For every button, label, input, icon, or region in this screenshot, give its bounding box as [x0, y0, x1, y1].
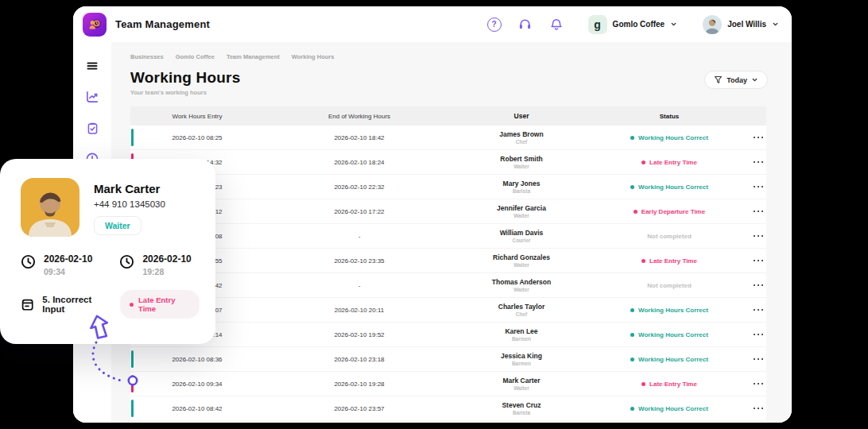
user-cell: Mark Carter Waiter: [455, 377, 588, 391]
end-of-working-hours: 2026-02-10 19:52: [264, 331, 455, 338]
end-of-working-hours: 2026-02-10 18:42: [264, 134, 455, 141]
status-label: Late Entry Time: [649, 381, 697, 388]
breadcrumb-business[interactable]: Gomlo Coffee: [176, 53, 215, 60]
shift-start-time: 09:34: [44, 267, 92, 276]
row-menu-button[interactable]: [750, 186, 766, 188]
user-role: Waiter: [513, 213, 529, 218]
user-role: Chef: [516, 139, 527, 145]
employee-phone: +44 910 1345030: [94, 199, 165, 209]
support-headset-icon[interactable]: [517, 17, 533, 33]
user-role: Chef: [516, 311, 527, 317]
sidebar-item-tasks-clipboard-icon[interactable]: [85, 121, 99, 135]
status-badge: Working Hours Correct: [588, 331, 750, 338]
user-name: Mark Carter: [502, 377, 540, 385]
status-label: Early Departure Time: [641, 208, 705, 215]
chevron-down-icon: [670, 21, 677, 28]
user-cell: James Brown Chef: [455, 130, 588, 145]
clock-icon: [21, 254, 36, 269]
user-name: Jessica King: [501, 352, 542, 360]
table-row[interactable]: 2026-02-10 08:25 2026-02-10 18:42 James …: [130, 126, 766, 150]
notifications-bell-icon[interactable]: [548, 17, 564, 33]
table-row[interactable]: 2026-02-10 08:07 2026-02-10 20:11 Charle…: [130, 298, 766, 323]
table-row[interactable]: 2026-02-10 08:23 2026-02-10 22:32 Mary J…: [130, 175, 766, 199]
user-role: Courier: [512, 238, 530, 243]
user-cell: William Davis Courier: [455, 229, 588, 243]
user-cell: Thomas Anderson Waiter: [455, 278, 588, 292]
user-name: Steven Cruz: [502, 401, 541, 409]
status-label: Not completed: [647, 282, 692, 289]
table-row[interactable]: 2026-02-10 08:36 2026-02-10 23:18 Jessic…: [130, 347, 766, 372]
table-row[interactable]: 2026-02-10 08:42 - Thomas Anderson Waite…: [130, 273, 766, 298]
user-name: Richard Gonzales: [493, 253, 550, 261]
breadcrumb-team-management[interactable]: Team Management: [227, 53, 280, 60]
status-badge: Working Hours Correct: [588, 356, 750, 363]
user-role: Waiter: [513, 385, 529, 391]
user-role: Barmen: [512, 336, 531, 342]
status-badge: Late Entry Time: [588, 381, 750, 388]
status-label: Working Hours Correct: [638, 331, 708, 338]
row-menu-button[interactable]: [750, 161, 766, 164]
help-icon[interactable]: ?: [486, 17, 502, 33]
clock-icon: [119, 254, 134, 269]
row-menu-button[interactable]: [750, 235, 766, 238]
breadcrumb-businesses[interactable]: Businesses: [130, 53, 164, 60]
status-dot: [630, 185, 634, 189]
end-of-working-hours: 2026-02-10 17:22: [264, 208, 455, 215]
table-row[interactable]: 2026-02-10 08:42 2026-02-10 23:57 Steven…: [130, 396, 766, 421]
status-dot: [630, 333, 634, 337]
table-row[interactable]: 2026-02-10 08:55 2026-02-10 23:35 Richar…: [130, 249, 766, 273]
header-user: User: [455, 112, 588, 120]
table-row[interactable]: 2026-02-10 09:34 2026-02-10 19:28 Mark C…: [130, 372, 766, 396]
sidebar-item-analytics-chart-icon[interactable]: [85, 90, 99, 104]
row-menu-button[interactable]: [750, 334, 766, 336]
user-role: Waiter: [513, 287, 529, 292]
status-badge: Late Entry Time: [588, 159, 750, 166]
status-label: Late Entry Time: [649, 257, 697, 265]
row-menu-button[interactable]: [750, 408, 766, 410]
shift-start-date: 2026-02-10: [44, 253, 92, 265]
table-header: Work Hours Entry End of Working Hours Us…: [130, 106, 766, 126]
row-menu-button[interactable]: [750, 309, 766, 311]
status-dot: [630, 407, 634, 411]
row-menu-button[interactable]: [750, 358, 766, 361]
shift-end: 2026-02-10 19:28: [119, 253, 191, 276]
status-badge: Working Hours Correct: [588, 134, 750, 141]
row-accent-bar: [131, 129, 134, 146]
user-menu[interactable]: Joel Willis: [703, 15, 779, 34]
end-of-working-hours: -: [264, 282, 455, 289]
row-menu-button[interactable]: [750, 211, 766, 213]
table-row[interactable]: 2026-02-10 08:12 2026-02-10 17:22 Jennif…: [130, 199, 766, 224]
work-hours-entry: 2026-02-10 09:34: [130, 381, 264, 388]
user-name: James Brown: [499, 130, 543, 138]
status-badge: Early Departure Time: [588, 208, 750, 215]
end-of-working-hours: -: [264, 233, 455, 240]
row-menu-button[interactable]: [750, 284, 766, 287]
row-menu-button[interactable]: [750, 137, 766, 139]
table-row[interactable]: 2026-02-10 08:08 - William Davis Courier…: [130, 224, 766, 249]
status-badge: Late Entry Time: [588, 257, 750, 265]
user-role: Barmen: [512, 361, 531, 366]
row-menu-button[interactable]: [750, 383, 766, 385]
end-of-working-hours: 2026-02-10 20:11: [264, 307, 455, 314]
table-row[interactable]: 2026-02-10 08:14 2026-02-10 19:52 Karen …: [130, 323, 766, 347]
user-avatar: [703, 15, 722, 34]
user-name: William Davis: [500, 229, 544, 237]
user-role: Barista: [513, 410, 530, 415]
status-dot: [630, 358, 634, 361]
table-row[interactable]: [130, 421, 766, 423]
menu-hamburger-icon[interactable]: [85, 59, 99, 73]
user-cell: Mary Jones Barista: [455, 180, 588, 194]
status-badge: Not completed: [588, 233, 750, 240]
chevron-down-icon: [751, 76, 758, 83]
status-dot: [641, 382, 645, 386]
table-row[interactable]: 2026-02-10 14:32 2026-02-10 18:24 Robert…: [130, 150, 766, 175]
row-menu-button[interactable]: [750, 260, 766, 262]
status-label: Late Entry Time: [649, 159, 697, 166]
status-dot: [130, 303, 134, 307]
date-filter-button[interactable]: Today: [704, 71, 768, 89]
topbar: Team Management ? g: [73, 6, 792, 42]
breadcrumb-working-hours[interactable]: Working Hours: [292, 53, 335, 60]
popup-status-badge: Late Entry Time: [120, 290, 200, 319]
user-cell: Jessica King Barmen: [455, 352, 588, 366]
business-selector[interactable]: g Gomlo Coffee: [588, 15, 678, 34]
